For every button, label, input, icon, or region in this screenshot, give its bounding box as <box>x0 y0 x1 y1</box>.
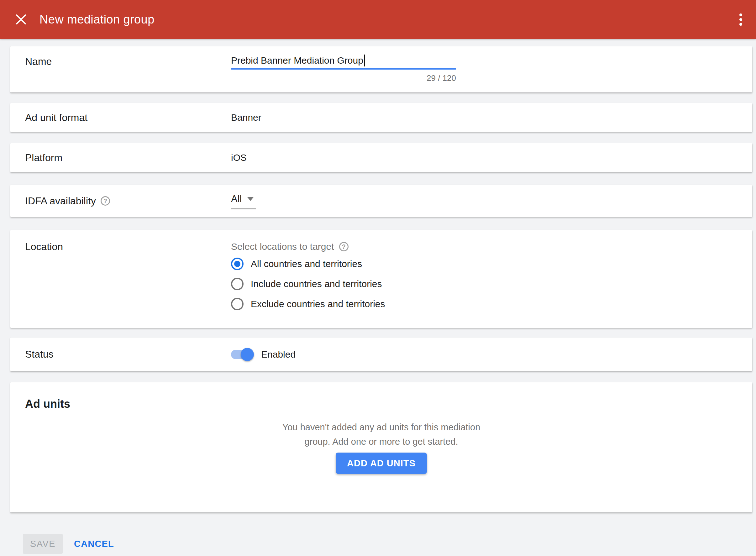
idfa-availability-card: IDFA availability ? All <box>10 185 752 217</box>
ad-unit-format-label: Ad unit format <box>25 112 231 124</box>
help-icon[interactable]: ? <box>101 196 110 206</box>
status-label: Status <box>25 349 231 360</box>
radio-unselected-icon <box>231 298 244 310</box>
page-title: New mediation group <box>39 13 154 26</box>
radio-option-exclude-countries[interactable]: Exclude countries and territories <box>231 294 752 314</box>
location-prompt: Select locations to target <box>231 241 334 252</box>
footer-actions: SAVE CANCEL <box>23 534 752 554</box>
cancel-button[interactable]: CANCEL <box>74 539 114 549</box>
chevron-down-icon <box>247 197 253 201</box>
idfa-dropdown-value: All <box>231 194 242 205</box>
char-counter: 29 / 120 <box>231 73 456 83</box>
add-ad-units-button[interactable]: ADD AD UNITS <box>336 453 427 474</box>
close-icon <box>16 14 26 25</box>
location-card: Location Select locations to target ? Al… <box>10 230 752 328</box>
app-bar: New mediation group <box>0 0 756 39</box>
location-label: Location <box>25 239 231 314</box>
kebab-menu-icon <box>740 13 742 16</box>
ad-units-card: Ad units You haven't added any ad units … <box>10 382 752 513</box>
empty-state-text: You haven't added any ad units for this … <box>10 420 752 449</box>
platform-card: Platform iOS <box>10 143 752 172</box>
name-label: Name <box>25 55 231 83</box>
radio-option-all-countries[interactable]: All countries and territories <box>231 254 752 274</box>
name-input[interactable]: Prebid Banner Mediation Group <box>231 55 456 70</box>
help-icon[interactable]: ? <box>339 242 348 251</box>
platform-label: Platform <box>25 152 231 164</box>
toggle-knob-icon <box>241 348 254 361</box>
idfa-dropdown[interactable]: All <box>231 193 256 209</box>
save-button[interactable]: SAVE <box>23 534 63 554</box>
ad-unit-format-value: Banner <box>231 112 752 123</box>
platform-value: iOS <box>231 152 752 163</box>
status-value: Enabled <box>261 349 296 360</box>
ad-unit-format-card: Ad unit format Banner <box>10 103 752 132</box>
radio-selected-icon <box>231 257 244 270</box>
form-content: Name Prebid Banner Mediation Group 29 / … <box>0 39 756 554</box>
idfa-label: IDFA availability <box>25 195 96 207</box>
overflow-menu-button[interactable] <box>737 11 744 28</box>
radio-option-include-countries[interactable]: Include countries and territories <box>231 274 752 294</box>
name-card: Name Prebid Banner Mediation Group 29 / … <box>10 46 752 93</box>
ad-units-heading: Ad units <box>25 396 752 412</box>
name-input-value: Prebid Banner Mediation Group <box>231 55 363 66</box>
status-card: Status Enabled <box>10 338 752 371</box>
radio-unselected-icon <box>231 278 244 290</box>
status-toggle[interactable] <box>231 350 253 359</box>
text-cursor <box>364 55 365 66</box>
close-button[interactable] <box>15 13 27 25</box>
